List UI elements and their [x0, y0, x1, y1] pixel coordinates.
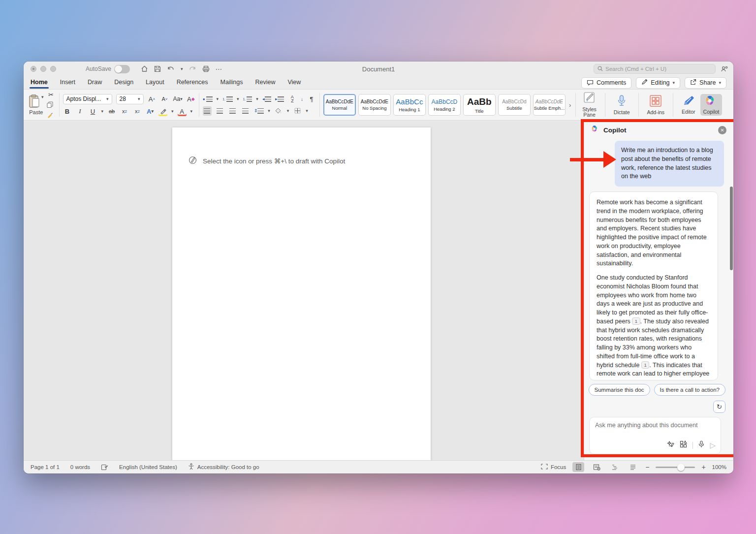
copy-icon[interactable] — [47, 101, 56, 110]
print-layout-view-button[interactable] — [572, 462, 584, 472]
style-normal[interactable]: AaBbCcDdE Normal — [323, 94, 356, 116]
align-center-button[interactable] — [216, 106, 224, 116]
text-effects-button[interactable]: A ▾ — [146, 107, 155, 116]
tab-design[interactable]: Design — [114, 77, 133, 89]
copilot-input[interactable] — [595, 422, 715, 439]
highlight-button[interactable] — [158, 107, 167, 116]
align-right-button[interactable] — [228, 106, 237, 116]
change-case-button[interactable]: Aa ▾ — [173, 94, 183, 104]
zoom-out-button[interactable]: − — [645, 463, 649, 471]
proofing-icon[interactable] — [101, 464, 108, 471]
font-color-button[interactable]: A — [178, 107, 187, 116]
minimize-window-button[interactable] — [40, 66, 46, 72]
style-title[interactable]: AaBb Title — [463, 94, 496, 116]
shading-button[interactable] — [274, 106, 283, 116]
panel-scrollbar[interactable] — [730, 187, 733, 270]
multilevel-list-button[interactable]: 1. — [243, 94, 252, 104]
style-heading-2[interactable]: AaBbCcD Heading 2 — [428, 94, 461, 116]
zoom-in-button[interactable]: + — [701, 463, 705, 471]
paste-button[interactable]: ▾ Paste — [28, 94, 45, 115]
zoom-level[interactable]: 100% — [712, 464, 726, 470]
voice-input-icon[interactable] — [698, 440, 704, 450]
outline-view-button[interactable] — [609, 462, 621, 472]
language-selector[interactable]: English (United States) — [119, 464, 177, 470]
dictate-button[interactable]: Dictate — [611, 94, 633, 116]
citation-badge[interactable]: 1 — [632, 317, 640, 325]
tab-review[interactable]: Review — [255, 77, 275, 89]
cut-icon[interactable]: ✂ — [47, 90, 56, 99]
font-name-select[interactable]: Aptos Displ...▾ — [63, 94, 112, 104]
citation-badge[interactable]: 1 — [641, 361, 649, 369]
tab-draw[interactable]: Draw — [88, 77, 102, 89]
home-icon[interactable] — [141, 65, 148, 72]
share-button[interactable]: Share ▾ — [685, 77, 726, 89]
pilcrow-button[interactable]: ¶ — [307, 94, 316, 104]
editing-mode-button[interactable]: Editing ▾ — [636, 77, 680, 89]
suggestion-call-to-action-button[interactable]: Is there a call to action? — [654, 384, 725, 396]
bullets-button[interactable]: ● — [203, 94, 213, 104]
tab-home[interactable]: Home — [31, 77, 48, 89]
web-layout-view-button[interactable] — [591, 462, 602, 472]
document-page[interactable]: Select the icon or press ⌘+\ to draft wi… — [172, 127, 431, 460]
shrink-font-button[interactable]: A˅ — [160, 94, 169, 104]
tab-layout[interactable]: Layout — [146, 77, 164, 89]
undo-icon[interactable] — [167, 65, 175, 72]
suggestion-summarise-button[interactable]: Summarise this doc — [589, 384, 650, 396]
account-icon[interactable] — [721, 65, 728, 72]
decrease-indent-button[interactable]: ◂ — [262, 94, 271, 104]
bold-button[interactable]: B — [63, 107, 72, 116]
save-icon[interactable] — [154, 65, 161, 72]
word-count[interactable]: 0 words — [70, 464, 90, 470]
draft-view-button[interactable] — [627, 462, 639, 472]
increase-indent-button[interactable]: ▸ — [275, 94, 284, 104]
format-painter-icon[interactable] — [47, 111, 56, 120]
grow-font-button[interactable]: A˄ — [148, 94, 157, 104]
copilot-ribbon-button[interactable]: Copilot — [700, 94, 723, 116]
prompt-library-icon[interactable] — [666, 440, 674, 450]
font-size-select[interactable]: 28▾ — [116, 94, 144, 104]
focus-mode-button[interactable]: Focus — [541, 464, 566, 471]
style-heading-1[interactable]: AaBbCc Heading 1 — [393, 94, 426, 116]
styles-pane-button[interactable]: StylesPane — [579, 91, 599, 119]
accessibility-status[interactable]: Accessibility: Good to go — [188, 463, 259, 471]
underline-button[interactable]: U — [89, 107, 97, 116]
search-input[interactable] — [605, 66, 712, 72]
numbering-button[interactable]: 1. — [222, 94, 233, 104]
borders-button[interactable] — [293, 106, 302, 116]
zoom-slider-thumb[interactable] — [677, 464, 685, 471]
add-ins-button[interactable]: Add-ins — [644, 94, 668, 116]
copilot-response-card[interactable]: Remote work has become a significant tre… — [589, 191, 718, 380]
italic-button[interactable]: I — [76, 107, 85, 116]
zoom-window-button[interactable] — [50, 66, 56, 72]
page-count[interactable]: Page 1 of 1 — [31, 464, 60, 470]
copilot-input-box[interactable]: ▷ — [589, 417, 721, 454]
tab-insert[interactable]: Insert — [60, 77, 75, 89]
superscript-button[interactable]: x2 — [133, 107, 142, 116]
style-subtitle[interactable]: AaBbCcDd Subtitle — [498, 94, 531, 116]
copilot-draft-icon[interactable] — [189, 156, 197, 166]
line-spacing-button[interactable]: ⇕ — [254, 106, 264, 116]
style-no-spacing[interactable]: AaBbCcDdE No Spacing — [358, 94, 391, 116]
comments-button[interactable]: Comments — [581, 77, 631, 89]
tab-references[interactable]: References — [177, 77, 208, 89]
underline-dropdown-icon[interactable]: ▾ — [101, 109, 104, 114]
copilot-draft-hint[interactable]: Select the icon or press ⌘+\ to draft wi… — [189, 156, 345, 166]
clear-formatting-button[interactable]: A◆ — [187, 94, 195, 104]
undo-dropdown-icon[interactable]: ▾ — [181, 66, 183, 71]
style-subtle-emphasis[interactable]: AaBbCcDdE Subtle Emph... — [533, 94, 566, 116]
close-panel-icon[interactable]: ✕ — [718, 126, 726, 134]
redo-icon[interactable] — [189, 65, 196, 72]
autosave-toggle[interactable] — [114, 65, 130, 73]
strikethrough-button[interactable]: ab — [107, 107, 116, 116]
apps-icon[interactable] — [680, 440, 687, 450]
tab-view[interactable]: View — [287, 77, 301, 89]
styles-gallery-expand-icon[interactable]: › — [569, 101, 571, 109]
more-commands-icon[interactable]: ⋯ — [216, 65, 223, 73]
subscript-button[interactable]: x2 — [120, 107, 129, 116]
close-window-button[interactable] — [31, 66, 36, 72]
align-left-button[interactable] — [203, 106, 212, 116]
regenerate-button[interactable]: ↻ — [713, 401, 725, 413]
zoom-slider[interactable] — [656, 467, 695, 468]
print-icon[interactable] — [202, 65, 210, 72]
justify-button[interactable] — [241, 106, 250, 116]
